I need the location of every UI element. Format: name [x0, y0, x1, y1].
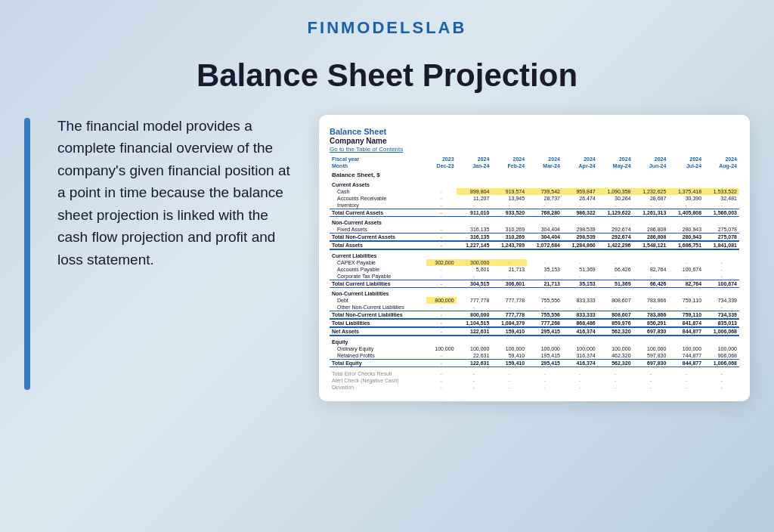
row-error-checks: Total Error Checks Result - - - - - - - …	[330, 370, 739, 377]
row-deviation: Deviation - - - - - - - - -	[330, 384, 739, 391]
row-total-equity: Total Equity - 122,631 159,410 295,415 4…	[330, 360, 739, 367]
row-inventory: Inventory - - - - - - - - -	[330, 202, 739, 209]
section-non-current-liabilities: Non-Current Liabilities	[330, 288, 739, 298]
spreadsheet-link: Go to the Table of Contents	[330, 146, 739, 153]
page-wrapper: FINMODELSLAB Balance Sheet Projection Th…	[0, 0, 774, 532]
logo-bar: FINMODELSLAB	[0, 0, 774, 45]
description-text: The financial model provides a complete …	[57, 115, 292, 271]
row-capex-payable: CAPEX Payable 302,000 300,000 - - - - - …	[330, 259, 739, 266]
row-accounts-payable: Accounts Payable - 5,601 21,713 35,153 5…	[330, 266, 739, 273]
row-ar: Accounts Receivable - 11,207 13,945 28,7…	[330, 195, 739, 202]
section-current-assets: Current Assets	[330, 179, 739, 188]
row-total-current-liabilities: Total Current Liabilities - 304,515 306,…	[330, 280, 739, 288]
row-total-liabilities: Total Liabilities - 1,104,515 1,084,379 …	[330, 319, 739, 327]
page-title: Balance Sheet Projection	[197, 57, 577, 94]
bs-label: Balance Sheet, $	[330, 169, 739, 179]
section-current-liabilities: Current Liabilities	[330, 249, 739, 259]
spreadsheet-container: Balance Sheet Company Name Go to the Tab…	[319, 115, 750, 401]
left-accent-bar	[24, 118, 30, 390]
month-row: Month Dec-23 Jan-24 Feb-24 Mar-24 Apr-24…	[330, 162, 739, 169]
row-net-assets: Net Assets - 122,631 159,410 295,415 416…	[330, 327, 739, 336]
fiscal-year-label: Fiscal year	[330, 156, 426, 162]
row-total-assets: Total Assets - 1,227,145 1,243,789 1,072…	[330, 241, 739, 249]
section-header-bs: Balance Sheet, $	[330, 169, 739, 179]
section-non-current-assets: Non-Current Assets	[330, 217, 739, 227]
row-total-non-current-assets: Total Non-Current Assets - 316,135 310,2…	[330, 234, 739, 242]
content-row: The financial model provides a complete …	[0, 115, 774, 401]
row-fixed-assets: Fixed Assets - 316,135 310,269 304,404 2…	[330, 226, 739, 234]
row-retained-profits: Retained Profits - 22,631 59,410 195,415…	[330, 352, 739, 360]
fiscal-year-row: Fiscal year 2023 2024 2024 2024 2024 202…	[330, 156, 739, 162]
row-total-current-assets: Total Current Assets - 911,010 933,520 7…	[330, 209, 739, 217]
row-other-nc-liabilities: Other Non-Current Liabilities - - - - - …	[330, 304, 739, 311]
row-total-nc-liabilities: Total Non-Current Liabilities - 800,000 …	[330, 311, 739, 320]
row-cash: Cash - 899,804 919,574 739,542 959,847 1…	[330, 188, 739, 195]
brand-logo: FINMODELSLAB	[308, 18, 467, 37]
row-corp-tax: Corporate Tax Payable - - - - - - - - -	[330, 273, 739, 280]
balance-sheet-table: Fiscal year 2023 2024 2024 2024 2024 202…	[330, 156, 739, 391]
month-label: Month	[330, 162, 426, 169]
spreadsheet-company: Company Name	[330, 137, 739, 145]
row-ordinary-equity: Ordinary Equity 100,000 100,000 100,000 …	[330, 345, 739, 352]
spreadsheet-title: Balance Sheet	[330, 127, 739, 136]
section-equity: Equity	[330, 336, 739, 345]
row-alert-check: Alert Check (Negative Cash) - - - - - - …	[330, 377, 739, 384]
row-debt: Debt 800,000 777,778 777,778 755,556 833…	[330, 297, 739, 304]
